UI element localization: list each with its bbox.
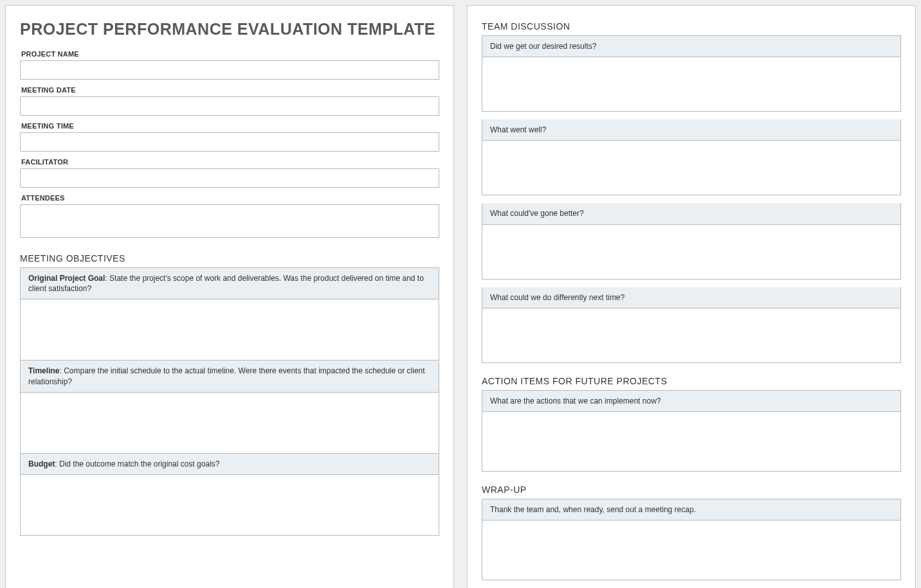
- discussion-response[interactable]: [482, 225, 900, 279]
- objective-response[interactable]: [21, 299, 439, 360]
- discussion-block: Did we get our desired results?: [482, 35, 901, 112]
- objective-block: Timeline: Compare the initial schedule t…: [20, 361, 439, 453]
- objective-block: Budget: Did the outcome match the origin…: [20, 454, 439, 536]
- page-right: TEAM DISCUSSION Did we get our desired r…: [467, 5, 916, 588]
- objective-prompt: Budget: Did the outcome match the origin…: [21, 454, 439, 475]
- wrapup-block: Thank the team and, when ready, send out…: [482, 499, 901, 580]
- label-meeting-time: MEETING TIME: [21, 122, 439, 130]
- objective-lead: Timeline: [28, 366, 59, 375]
- input-meeting-date[interactable]: [20, 96, 439, 116]
- label-attendees: ATTENDEES: [21, 194, 439, 202]
- action-block: What are the actions that we can impleme…: [482, 390, 901, 472]
- objective-text: : Did the outcome match the original cos…: [55, 459, 219, 468]
- heading-action-items: ACTION ITEMS FOR FUTURE PROJECTS: [482, 376, 901, 386]
- objective-lead: Budget: [28, 459, 55, 468]
- discussion-block: What could've gone better?: [482, 203, 901, 279]
- discussion-prompt: What went well?: [482, 120, 900, 141]
- group-meeting-objectives: Original Project Goal: State the project…: [20, 267, 439, 536]
- input-facilitator[interactable]: [20, 168, 439, 188]
- page-left: PROJECT PERFORMANCE EVALUATION TEMPLATE …: [5, 5, 454, 588]
- discussion-prompt: What could've gone better?: [482, 203, 900, 224]
- objective-response[interactable]: [21, 475, 439, 535]
- objective-lead: Original Project Goal: [28, 274, 105, 283]
- page-title: PROJECT PERFORMANCE EVALUATION TEMPLATE: [20, 20, 439, 39]
- label-facilitator: FACILITATOR: [21, 158, 439, 166]
- objective-text: : Compare the initial schedule to the ac…: [28, 366, 425, 386]
- objective-prompt: Original Project Goal: State the project…: [21, 268, 439, 299]
- heading-meeting-objectives: MEETING OBJECTIVES: [20, 253, 439, 263]
- label-project-name: PROJECT NAME: [21, 50, 439, 58]
- label-meeting-date: MEETING DATE: [21, 86, 439, 94]
- objective-block: Original Project Goal: State the project…: [20, 267, 439, 361]
- discussion-block: What could we do differently next time?: [482, 287, 901, 363]
- wrapup-response[interactable]: [482, 521, 900, 580]
- discussion-prompt: Did we get our desired results?: [482, 36, 900, 57]
- discussion-prompt: What could we do differently next time?: [482, 287, 900, 308]
- discussion-response[interactable]: [482, 308, 900, 362]
- discussion-response[interactable]: [482, 141, 900, 195]
- input-project-name[interactable]: [20, 60, 439, 80]
- heading-wrap-up: WRAP-UP: [482, 485, 901, 495]
- action-response[interactable]: [482, 412, 900, 471]
- objective-prompt: Timeline: Compare the initial schedule t…: [21, 361, 439, 392]
- action-prompt: What are the actions that we can impleme…: [482, 391, 900, 412]
- discussion-block: What went well?: [482, 120, 901, 195]
- discussion-response[interactable]: [482, 57, 900, 111]
- input-meeting-time[interactable]: [20, 132, 439, 152]
- objective-response[interactable]: [21, 393, 439, 453]
- heading-team-discussion: TEAM DISCUSSION: [482, 21, 901, 31]
- input-attendees[interactable]: [20, 204, 439, 238]
- wrapup-prompt: Thank the team and, when ready, send out…: [482, 499, 900, 521]
